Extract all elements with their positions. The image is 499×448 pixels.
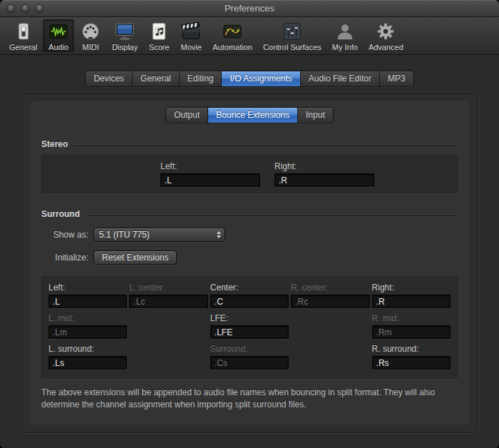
extension-l-mid-input [48, 325, 127, 339]
extension-field-l-surround: L. surround: [48, 344, 127, 370]
score-sheet-icon [148, 21, 170, 42]
toolbar-label: Control Surfaces [263, 43, 321, 51]
window-title: Preferences [225, 3, 274, 14]
preferences-content: Devices General Editing I/O Assignments … [0, 55, 499, 448]
extension-lfe-input[interactable] [210, 325, 289, 339]
section-divider [86, 214, 458, 215]
zoom-button[interactable] [35, 4, 43, 13]
toolbar-label: Score [149, 43, 170, 51]
toolbar-label: Advanced [369, 43, 403, 51]
toolbar-item-audio[interactable]: Audio [43, 19, 74, 52]
toolbar-item-my-info[interactable]: My Info [327, 19, 363, 52]
show-as-label: Show as: [41, 230, 88, 240]
toolbar-label: Display [112, 43, 138, 51]
stereo-right-field: Right: [274, 161, 374, 187]
stereo-heading-text: Stereo [41, 139, 68, 149]
extension-field-r-surround: R. surround: [372, 344, 451, 370]
tab-devices[interactable]: Devices [86, 71, 133, 86]
preferences-tab-bar: Devices General Editing I/O Assignments … [85, 71, 413, 87]
io-assignments-pane: Output Bounce Extensions Input Stereo Le… [20, 92, 479, 434]
stereo-extensions-group: Left: Right: [41, 155, 458, 193]
toolbar-label: General [9, 43, 37, 51]
extensions-help-text: The above extensions will be appended to… [41, 387, 458, 412]
surround-heading-text: Surround [41, 209, 80, 219]
stereo-section-heading: Stereo [41, 139, 458, 149]
extension-l-center-input [129, 295, 207, 308]
extension-field-r-center: R. center: [291, 282, 369, 308]
extension-field-lfe: LFE: [210, 313, 289, 339]
initialize-row: Initialize: Reset Extensions [41, 250, 458, 265]
toolbar-item-control-surfaces[interactable]: Control Surfaces [258, 19, 326, 52]
tab-general[interactable]: General [133, 71, 180, 86]
stereo-right-input[interactable] [274, 173, 374, 187]
toolbar-label: Automation [212, 43, 252, 51]
extension-r-mid-input [372, 325, 451, 339]
toolbar-label: MIDI [83, 43, 99, 51]
stereo-left-input[interactable] [160, 173, 260, 187]
close-button[interactable] [6, 4, 15, 13]
extension-label: LFE: [210, 313, 289, 323]
toolbar-item-general[interactable]: General [4, 19, 42, 52]
reset-extensions-button[interactable]: Reset Extensions [93, 250, 177, 265]
toolbar-item-advanced[interactable]: Advanced [364, 19, 408, 52]
automation-curve-icon [222, 21, 243, 42]
extension-label: R. surround: [372, 344, 451, 354]
clapperboard-icon [180, 21, 202, 42]
toolbar-item-midi[interactable]: MIDI [75, 19, 106, 52]
tab-editing[interactable]: Editing [180, 71, 222, 86]
extension-l-surround-input[interactable] [48, 356, 127, 370]
section-divider [74, 144, 458, 145]
initialize-label: Initialize: [41, 253, 88, 263]
surround-section-heading: Surround [41, 209, 458, 219]
extension-field-r-mid: R. mid: [372, 313, 451, 339]
monitor-icon [114, 21, 135, 42]
extension-r-center-input [291, 295, 369, 308]
extension-label: R. mid: [372, 313, 451, 323]
subtab-input[interactable]: Input [298, 108, 333, 123]
extension-field-center: Center: [210, 282, 289, 308]
extension-r-surround-input[interactable] [372, 356, 451, 370]
extension-left-input[interactable] [48, 295, 127, 308]
toolbar-label: Movie [181, 43, 202, 51]
minimize-button[interactable] [21, 4, 29, 13]
extension-label: Right: [372, 282, 451, 292]
show-as-row: Show as: 5.1 (ITU 775) [41, 228, 458, 242]
title-bar: Preferences [0, 0, 499, 17]
extension-label: L. surround: [48, 344, 127, 354]
preferences-window: Preferences General Audio MIDI Disp [0, 0, 499, 448]
stereo-right-label: Right: [274, 161, 374, 171]
preferences-toolbar: General Audio MIDI Display Score [0, 17, 499, 55]
gear-icon [375, 21, 396, 42]
toolbar-item-score[interactable]: Score [143, 19, 175, 52]
extension-field-right: Right: [372, 282, 451, 308]
toolbar-label: My Info [332, 43, 358, 51]
extension-right-input[interactable] [372, 295, 451, 308]
surround-extensions-group: Left: L. center: Center: R. center: [41, 276, 458, 379]
stereo-left-label: Left: [160, 161, 260, 171]
extension-label: L. mid: [48, 313, 127, 323]
surround-format-dropdown[interactable]: 5.1 (ITU 775) [93, 228, 225, 242]
extension-field-l-center: L. center: [129, 282, 207, 308]
extension-label: Center: [210, 282, 289, 292]
toolbar-item-movie[interactable]: Movie [175, 19, 207, 52]
surround-format-value: 5.1 (ITU 775) [99, 230, 217, 240]
extension-center-input[interactable] [210, 295, 289, 308]
extension-field-l-mid: L. mid: [48, 313, 127, 339]
tab-mp3[interactable]: MP3 [380, 71, 413, 86]
toolbar-label: Audio [48, 43, 68, 51]
toolbar-item-automation[interactable]: Automation [207, 19, 257, 52]
tab-audio-file-editor[interactable]: Audio File Editor [301, 71, 380, 86]
extension-surround-input [210, 356, 289, 370]
subtab-output[interactable]: Output [166, 108, 208, 123]
toolbar-item-display[interactable]: Display [107, 19, 143, 52]
subtab-bounce-extensions[interactable]: Bounce Extensions [208, 108, 298, 123]
person-icon [334, 21, 356, 42]
stepper-arrows-icon [217, 231, 221, 238]
switch-icon [13, 21, 34, 42]
extension-label: Surround: [210, 344, 289, 354]
stereo-left-field: Left: [160, 161, 260, 187]
tab-io-assignments[interactable]: I/O Assignments [222, 71, 300, 86]
faders-icon [282, 21, 303, 42]
midi-din-icon [80, 21, 101, 42]
io-subtab-bar: Output Bounce Extensions Input [165, 107, 333, 123]
